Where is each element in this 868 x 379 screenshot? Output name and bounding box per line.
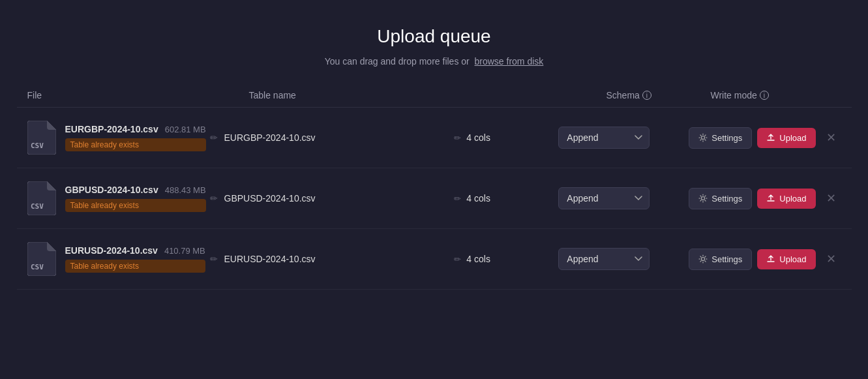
header-schema: Schema i bbox=[606, 90, 711, 100]
file-details: EURUSD-2024-10.csv 410.79 MB Table alrea… bbox=[65, 245, 205, 273]
file-size: 410.79 MB bbox=[164, 246, 205, 256]
svg-text:CSV: CSV bbox=[31, 202, 44, 211]
table-row: CSV EURUSD-2024-10.csv 410.79 MB Table a… bbox=[17, 229, 852, 290]
write-mode-info-icon[interactable]: i bbox=[760, 91, 769, 100]
write-mode-select[interactable]: AppendOverwriteReplace bbox=[558, 127, 650, 149]
table-row: CSV EURGBP-2024-10.csv 602.81 MB Table a… bbox=[17, 108, 852, 168]
svg-point-3 bbox=[702, 197, 705, 200]
write-mode-cell: AppendOverwriteReplace bbox=[558, 248, 689, 270]
gear-icon bbox=[698, 194, 708, 203]
remove-row-button[interactable]: ✕ bbox=[821, 250, 841, 267]
table-name-text: GBPUSD-2024-10​.csv bbox=[224, 193, 316, 204]
table-name-text: EURUSD-2024-10​.csv bbox=[224, 254, 316, 264]
header-file: File bbox=[27, 90, 210, 100]
cols-count: 4 cols bbox=[466, 254, 490, 264]
gear-icon bbox=[698, 254, 708, 264]
cols-count: 4 cols bbox=[466, 193, 490, 204]
actions-cell: Settings Upload ✕ bbox=[689, 249, 841, 270]
write-mode-cell: AppendOverwriteReplace bbox=[558, 127, 689, 149]
file-info-2: CSV EURUSD-2024-10.csv 410.79 MB Table a… bbox=[27, 242, 210, 276]
file-size: 488.43 MB bbox=[165, 185, 206, 195]
upload-button[interactable]: Upload bbox=[757, 128, 815, 148]
file-details: EURGBP-2024-10.csv 602.81 MB Table alrea… bbox=[65, 124, 206, 151]
file-details: GBPUSD-2024-10.csv 488.43 MB Table alrea… bbox=[65, 185, 206, 212]
table-name-cell: ✏ EURUSD-2024-10​.csv bbox=[210, 254, 455, 264]
table-row: CSV GBPUSD-2024-10.csv 488.43 MB Table a… bbox=[17, 168, 852, 229]
edit-schema-icon[interactable]: ✏ bbox=[454, 133, 461, 143]
edit-schema-icon[interactable]: ✏ bbox=[454, 194, 461, 204]
upload-queue-table: File Table name Schema i Write mode i CS… bbox=[17, 90, 852, 290]
schema-info-icon[interactable]: i bbox=[642, 91, 651, 100]
upload-button[interactable]: Upload bbox=[757, 189, 815, 209]
write-mode-select[interactable]: AppendOverwriteReplace bbox=[558, 248, 650, 270]
settings-button[interactable]: Settings bbox=[689, 249, 752, 270]
table-exists-badge: Table already exists bbox=[65, 260, 205, 273]
file-info-1: CSV GBPUSD-2024-10.csv 488.43 MB Table a… bbox=[27, 181, 210, 215]
table-name-cell: ✏ GBPUSD-2024-10​.csv bbox=[210, 193, 455, 204]
remove-row-button[interactable]: ✕ bbox=[821, 190, 841, 207]
svg-point-5 bbox=[702, 258, 705, 261]
remove-row-button[interactable]: ✕ bbox=[821, 129, 841, 146]
table-exists-badge: Table already exists bbox=[65, 138, 206, 151]
schema-cell: ✏ 4 cols bbox=[454, 193, 558, 204]
upload-icon bbox=[766, 133, 775, 142]
gear-icon bbox=[698, 133, 708, 142]
file-info-0: CSV EURGBP-2024-10.csv 602.81 MB Table a… bbox=[27, 121, 210, 155]
settings-button[interactable]: Settings bbox=[689, 127, 752, 149]
edit-table-name-icon[interactable]: ✏ bbox=[210, 132, 218, 143]
browse-from-disk-link[interactable]: browse from disk bbox=[475, 56, 544, 67]
table-header: File Table name Schema i Write mode i bbox=[17, 90, 852, 108]
upload-icon bbox=[766, 194, 775, 203]
table-name-cell: ✏ EURGBP-2024-10​.csv bbox=[210, 132, 455, 143]
csv-icon: CSV bbox=[27, 121, 56, 155]
file-name: EURUSD-2024-10.csv bbox=[65, 245, 158, 256]
write-mode-select[interactable]: AppendOverwriteReplace bbox=[558, 187, 650, 209]
schema-cell: ✏ 4 cols bbox=[454, 132, 558, 143]
edit-table-name-icon[interactable]: ✏ bbox=[210, 254, 218, 264]
schema-cell: ✏ 4 cols bbox=[454, 254, 558, 264]
table-name-text: EURGBP-2024-10​.csv bbox=[224, 132, 316, 143]
header-write-mode: Write mode i bbox=[711, 90, 841, 100]
page-subtitle: You can drag and drop more files or brow… bbox=[325, 56, 544, 67]
edit-table-name-icon[interactable]: ✏ bbox=[210, 193, 218, 204]
header-table-name: Table name bbox=[210, 90, 606, 100]
csv-icon: CSV bbox=[27, 181, 56, 215]
write-mode-cell: AppendOverwriteReplace bbox=[558, 187, 689, 209]
settings-button[interactable]: Settings bbox=[689, 188, 752, 209]
edit-schema-icon[interactable]: ✏ bbox=[454, 254, 461, 264]
table-exists-badge: Table already exists bbox=[65, 199, 206, 212]
actions-cell: Settings Upload ✕ bbox=[689, 188, 841, 209]
file-name: EURGBP-2024-10.csv bbox=[65, 124, 158, 134]
upload-button[interactable]: Upload bbox=[757, 249, 815, 269]
svg-text:CSV: CSV bbox=[31, 263, 44, 271]
file-size: 602.81 MB bbox=[165, 125, 206, 134]
svg-point-1 bbox=[702, 136, 705, 140]
actions-cell: Settings Upload ✕ bbox=[689, 127, 841, 149]
upload-icon bbox=[766, 254, 775, 264]
csv-icon: CSV bbox=[27, 242, 56, 276]
file-name: GBPUSD-2024-10.csv bbox=[65, 185, 158, 195]
cols-count: 4 cols bbox=[466, 132, 490, 143]
page-title: Upload queue bbox=[377, 26, 490, 47]
svg-text:CSV: CSV bbox=[31, 142, 44, 150]
